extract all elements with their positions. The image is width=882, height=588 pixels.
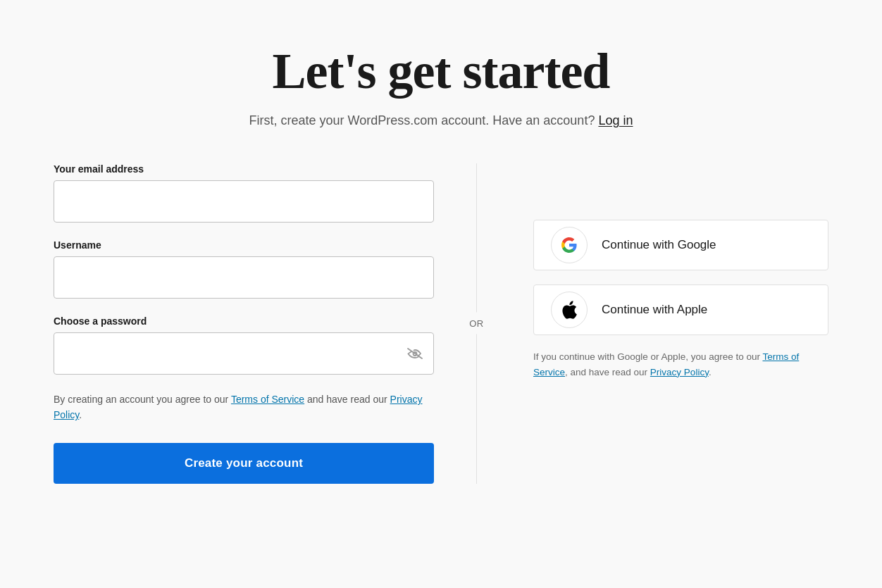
subtitle-text: First, create your WordPress.com account… bbox=[249, 113, 595, 127]
terms-before: By creating an account you agree to our bbox=[54, 394, 231, 405]
disclaimer-after: . bbox=[709, 367, 712, 377]
email-group: Your email address bbox=[54, 163, 434, 223]
form-column: Your email address Username Choose a pas… bbox=[54, 163, 476, 484]
terms-middle: and have read our bbox=[304, 394, 390, 405]
apple-button-label: Continue with Apple bbox=[602, 303, 707, 317]
disclaimer-middle: , and have read our bbox=[565, 367, 650, 377]
username-input[interactable] bbox=[54, 256, 434, 299]
continue-with-google-button[interactable]: Continue with Google bbox=[533, 220, 828, 270]
continue-with-apple-button[interactable]: Continue with Apple bbox=[533, 284, 828, 335]
apple-icon-circle bbox=[551, 292, 588, 328]
terms-text: By creating an account you agree to our … bbox=[54, 392, 434, 423]
username-group: Username bbox=[54, 239, 434, 299]
social-disclaimer: If you continue with Google or Apple, yo… bbox=[533, 349, 801, 380]
subtitle: First, create your WordPress.com account… bbox=[249, 113, 633, 128]
email-label: Your email address bbox=[54, 163, 434, 175]
page-container: Let's get started First, create your Wor… bbox=[0, 0, 882, 512]
social-pp-link[interactable]: Privacy Policy bbox=[650, 367, 709, 377]
username-label: Username bbox=[54, 239, 434, 251]
password-input[interactable] bbox=[54, 332, 434, 375]
header-section: Let's get started First, create your Wor… bbox=[249, 42, 633, 128]
email-input[interactable] bbox=[54, 180, 434, 223]
apple-icon bbox=[561, 301, 577, 319]
content-row: Your email address Username Choose a pas… bbox=[54, 163, 828, 484]
create-account-button[interactable]: Create your account bbox=[54, 443, 434, 484]
password-toggle-button[interactable] bbox=[407, 348, 423, 359]
google-icon bbox=[561, 237, 578, 254]
page-title: Let's get started bbox=[249, 42, 633, 101]
password-wrapper bbox=[54, 332, 434, 375]
disclaimer-before: If you continue with Google or Apple, yo… bbox=[533, 351, 762, 362]
eye-slash-icon bbox=[407, 348, 423, 359]
google-icon-circle bbox=[551, 227, 588, 263]
terms-of-service-link[interactable]: Terms of Service bbox=[231, 394, 304, 405]
password-group: Choose a password bbox=[54, 315, 434, 375]
social-column: Continue with Google Continue with Apple… bbox=[477, 163, 828, 380]
terms-after: . bbox=[79, 409, 82, 420]
login-link[interactable]: Log in bbox=[598, 113, 633, 127]
divider: OR bbox=[476, 163, 477, 484]
google-button-label: Continue with Google bbox=[602, 238, 716, 252]
password-label: Choose a password bbox=[54, 315, 434, 327]
or-label: OR bbox=[465, 313, 488, 334]
